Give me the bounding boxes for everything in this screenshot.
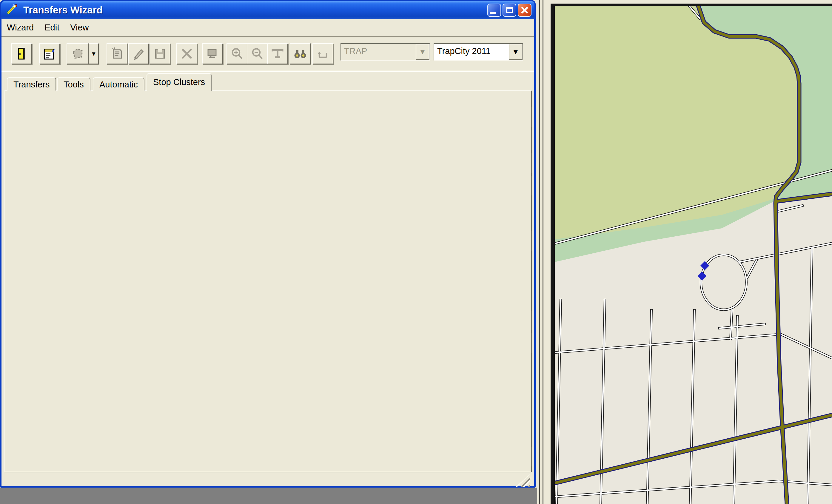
tab-tools[interactable]: Tools: [57, 77, 90, 91]
stop-clusters-panel: [4, 90, 532, 472]
toolbar-separator: [1, 71, 534, 72]
wand-icon: [6, 3, 19, 17]
dataset-combo: TRAP ▼: [340, 43, 430, 60]
refresh-rotate-icon[interactable]: [312, 43, 333, 64]
menu-wizard[interactable]: Wizard: [1, 21, 39, 34]
map-view[interactable]: [551, 4, 832, 504]
new-note-icon[interactable]: [107, 43, 127, 64]
zoom-out-icon[interactable]: [247, 43, 268, 64]
tab-automatic[interactable]: Automatic: [93, 77, 145, 91]
map-canvas[interactable]: [555, 6, 832, 504]
delete-x-icon[interactable]: [176, 43, 197, 64]
menu-view[interactable]: View: [65, 21, 94, 34]
polygon-dropdown-icon[interactable]: ▼: [88, 43, 99, 64]
close-button[interactable]: [518, 4, 531, 17]
title-bar[interactable]: Transfers Wizard: [1, 1, 535, 19]
background-window-edge: [539, 0, 540, 504]
save-floppy-icon[interactable]: [150, 43, 171, 64]
tab-stop-clusters[interactable]: Stop Clusters: [147, 73, 212, 91]
menu-edit[interactable]: Edit: [39, 21, 65, 34]
map-display-icon[interactable]: [202, 43, 223, 64]
edit-pencil-icon[interactable]: [128, 43, 149, 64]
zoom-in-icon[interactable]: [227, 43, 248, 64]
exit-door-icon[interactable]: [11, 43, 32, 64]
measure-tool-icon[interactable]: [267, 43, 288, 64]
polygon-select-icon[interactable]: [67, 43, 88, 64]
tab-transfers[interactable]: Transfers: [7, 77, 56, 91]
desktop-background: [0, 487, 537, 504]
dataset-combo-arrow-icon: ▼: [416, 44, 430, 60]
city-combo[interactable]: TrapCity 2011 ▼: [434, 43, 523, 60]
window-title: Transfers Wizard: [23, 4, 103, 16]
minimize-button[interactable]: [487, 4, 501, 17]
resize-grip[interactable]: [516, 474, 530, 487]
transfers-wizard-window: Transfers Wizard Wizard Edit View ▼: [0, 0, 536, 487]
city-combo-value: TrapCity 2011: [434, 44, 509, 60]
dataset-combo-value: TRAP: [341, 44, 416, 60]
find-binoculars-icon[interactable]: [290, 43, 311, 64]
menu-separator: [1, 36, 534, 37]
menu-bar: Wizard Edit View: [1, 19, 534, 36]
properties-icon[interactable]: [39, 43, 60, 64]
maximize-button[interactable]: [502, 4, 516, 17]
background-window-edge: [543, 0, 543, 504]
city-combo-arrow-icon[interactable]: ▼: [509, 44, 523, 60]
